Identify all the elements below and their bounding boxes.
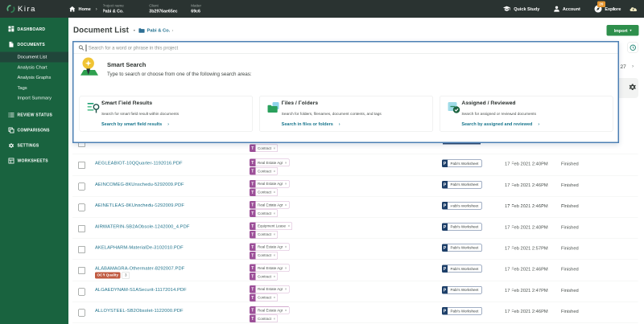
tag-remove-icon[interactable]: × (285, 182, 287, 186)
tag-chip[interactable]: T Real Estate Agr× (250, 285, 289, 293)
sidebar-item-worksheets[interactable]: WORKSHEETS (0, 153, 68, 168)
worksheet-chip[interactable]: P Pabi's Worksheet (442, 223, 481, 231)
pagination-next-chevron[interactable]: › (632, 63, 634, 69)
worksheet-chip[interactable]: P Pabi's Worksheet (442, 286, 481, 294)
row-checkbox[interactable] (78, 246, 85, 253)
sidebar-subitem-analysis-graphs[interactable]: Analysis Graphs (0, 72, 68, 83)
table-row[interactable]: ALLOYSTEEL-SB2Obsolet-1122000.PDF T Real… (72, 302, 638, 323)
table-row[interactable]: AIRWATERIN-SB2AObsole-1242000_4.PDF T Eq… (72, 218, 638, 239)
tag-remove-icon[interactable]: × (274, 274, 276, 278)
document-name-link[interactable]: ALABAMAGRA-Othermater-8292007.PDF (95, 266, 184, 271)
tag-label: Contract (258, 317, 271, 321)
tag-chip[interactable]: T Contract× (250, 145, 278, 153)
tag-remove-icon[interactable]: × (274, 146, 276, 150)
tag-remove-icon[interactable]: × (285, 245, 287, 249)
sidebar-item-comparisons[interactable]: COMPARISONS (0, 122, 68, 137)
tag-remove-icon[interactable]: × (274, 296, 276, 300)
sidebar-item-review-status[interactable]: REVIEW STATUS (0, 107, 68, 122)
table-row[interactable]: ALGAEDYNAM-S1ASecurit-11172014.PDF T Rea… (72, 281, 638, 301)
tag-remove-icon[interactable]: × (285, 266, 287, 270)
sidebar-item-dashboard[interactable]: DASHBOARD (0, 22, 68, 37)
refresh-history-button[interactable] (628, 43, 638, 53)
tag-remove-icon[interactable]: × (274, 169, 276, 173)
card-link[interactable]: Search by smart field results› (101, 121, 169, 126)
sidebar-subitem-tags[interactable]: Tags (0, 83, 68, 93)
project-breadcrumb-link[interactable]: Pabi & Co. (147, 28, 171, 33)
tag-remove-icon[interactable]: × (285, 287, 287, 291)
home-link[interactable]: Home (79, 6, 91, 11)
search-input[interactable] (89, 43, 618, 53)
table-row[interactable]: AEINETLEAS-8KUnschedu-5292009.PDF T Real… (72, 197, 638, 218)
tag-chip[interactable]: T Contract× (250, 293, 289, 301)
document-name-link[interactable]: ALLOYSTEEL-SB2Obsolet-1122000.PDF (95, 308, 184, 313)
row-checkbox[interactable] (78, 204, 85, 211)
quick-study-button[interactable]: Quick Study (503, 6, 540, 13)
explore-button[interactable]: 20 Explore (594, 5, 621, 13)
tag-chip[interactable]: T Real Estate Agr× (250, 180, 289, 188)
tag-chip[interactable]: T Contract× (250, 231, 292, 239)
worksheet-chip[interactable]: P Pabi's Worksheet (442, 307, 481, 315)
search-card-smart-field[interactable]: Smart Field Results Search for smart fie… (80, 96, 254, 132)
tag-chip[interactable]: T Contract× (250, 315, 289, 323)
row-checkbox[interactable] (78, 225, 85, 232)
sync-cloud-button[interactable] (630, 6, 638, 12)
column-settings-gear-icon[interactable] (629, 84, 637, 92)
tag-remove-icon[interactable]: × (274, 317, 276, 321)
tag-label: Contract (258, 146, 271, 150)
sidebar-item-settings[interactable]: SETTINGS (0, 137, 68, 153)
tag-chip[interactable]: T Contract× (250, 252, 289, 260)
tag-remove-icon[interactable]: × (288, 224, 291, 228)
tag-remove-icon[interactable]: × (285, 308, 287, 312)
document-name-link[interactable]: AEINETLEAS-8KUnschedu-5292009.PDF (95, 203, 184, 207)
tag-chip[interactable]: T Real Estate Agr× (250, 265, 289, 273)
tag-remove-icon[interactable]: × (285, 203, 287, 207)
table-row[interactable]: AEGLEABIOT-10QQuarter-1192016.PDF T Real… (72, 154, 638, 175)
import-label: Import (613, 28, 627, 33)
search-card-assigned-reviewed[interactable]: Assigned / Reviewed Search for assigned … (440, 96, 613, 132)
import-button[interactable]: Import ▾ (607, 25, 639, 36)
account-button[interactable]: Account (553, 6, 580, 12)
tag-remove-icon[interactable]: × (274, 191, 276, 195)
row-checkbox[interactable] (78, 162, 85, 169)
worksheet-chip[interactable]: P Pabi's Worksheet (442, 160, 481, 168)
tag-chip[interactable]: T Real Estate Agr× (250, 243, 289, 251)
tag-chip[interactable]: T Real Estate Agr× (250, 306, 289, 314)
sidebar-item-documents[interactable]: DOCUMENTS (0, 37, 68, 52)
worksheet-chip[interactable]: P Pabi's Worksheet (442, 202, 481, 210)
document-name-link[interactable]: AKELAPHARM-MaterialDe-3102010.PDF (95, 244, 184, 249)
row-checkbox[interactable] (78, 288, 85, 295)
table-row[interactable]: AEINCOMEG-8KUnschedu-5292009.PDF T Real … (72, 175, 638, 196)
row-checkbox[interactable] (78, 183, 85, 190)
worksheet-chip[interactable]: P Pabi's Worksheet (442, 181, 481, 189)
table-row[interactable]: AKELAPHARM-MaterialDe-3102010.PDF T Real… (72, 239, 638, 260)
sidebar-subitem-import-summary[interactable]: Import Summary (0, 93, 68, 104)
tag-remove-icon[interactable]: × (274, 253, 276, 257)
sidebar-subitem-analysis-chart[interactable]: Analysis Chart (0, 62, 68, 72)
search-card-files-folders[interactable]: Files / Folders Search for folders, file… (259, 96, 433, 132)
worksheet-chip[interactable]: P Pabi's Worksheet (442, 244, 481, 252)
tag-chip[interactable]: T Equipment Lease× (250, 222, 292, 230)
kira-logo[interactable]: Kira (6, 5, 59, 14)
table-row[interactable]: ALABAMAGRA-Othermater-8292007.PDF OCR Qu… (72, 260, 638, 281)
worksheet-cell: P Pabi's Worksheet (442, 244, 481, 252)
card-link[interactable]: Search by assigned and reviewed› (461, 121, 539, 126)
tag-chip[interactable]: T Real Estate Agr× (250, 159, 289, 167)
document-name-link[interactable]: AIRWATERIN-SB2AObsole-1242000_4.PDF (95, 224, 189, 228)
document-name-link[interactable]: AEGLEABIOT-10QQuarter-1192016.PDF (95, 161, 183, 166)
document-name-link[interactable]: ALGAEDYNAM-S1ASecurit-11172014.PDF (95, 287, 187, 292)
worksheet-chip[interactable]: P Pabi's Worksheet (442, 265, 481, 273)
row-checkbox[interactable] (78, 310, 85, 317)
tag-pill: Contract× (256, 167, 279, 175)
tag-chip[interactable]: T Contract× (250, 167, 289, 175)
document-name-link[interactable]: AEINCOMEG-8KUnschedu-5292009.PDF (95, 182, 184, 187)
tag-chip[interactable]: T Contract× (250, 188, 289, 196)
tag-chip[interactable]: T Contract× (250, 273, 289, 281)
sidebar-subitem-document-list[interactable]: Document List (0, 52, 68, 63)
tag-remove-icon[interactable]: × (274, 232, 276, 236)
tag-remove-icon[interactable]: × (285, 161, 287, 165)
row-checkbox[interactable] (78, 267, 85, 274)
tag-chip[interactable]: T Contract× (250, 210, 289, 218)
tag-chip[interactable]: T Real Estate Agr× (250, 201, 289, 209)
card-link[interactable]: Search in files or folders› (282, 121, 341, 126)
tag-remove-icon[interactable]: × (274, 211, 276, 215)
